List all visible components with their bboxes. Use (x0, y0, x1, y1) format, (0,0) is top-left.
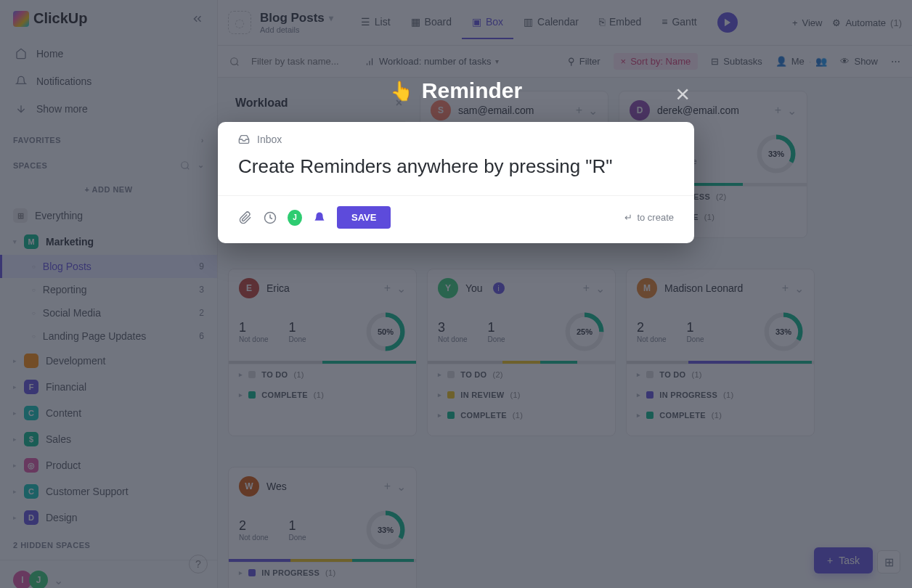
schedule-button[interactable] (263, 211, 277, 225)
notify-button[interactable] (312, 211, 327, 225)
close-modal-button[interactable]: × (675, 80, 690, 108)
enter-icon: ↵ (624, 212, 632, 223)
modal-overlay[interactable]: 👆 Reminder Inbox J SAVE ↵ to create (0, 0, 912, 588)
reminder-modal: Inbox J SAVE ↵ to create (218, 122, 694, 243)
inbox-icon (238, 134, 250, 145)
modal-title: 👆 Reminder (390, 78, 522, 103)
pointing-hand-icon: 👆 (390, 80, 413, 102)
modal-inbox-selector[interactable]: Inbox (218, 122, 694, 150)
assignee-button[interactable]: J (288, 211, 302, 225)
enter-to-create-hint: ↵ to create (624, 212, 674, 223)
reminder-input[interactable] (238, 155, 674, 178)
save-button[interactable]: SAVE (337, 206, 391, 229)
attachment-button[interactable] (238, 211, 253, 225)
